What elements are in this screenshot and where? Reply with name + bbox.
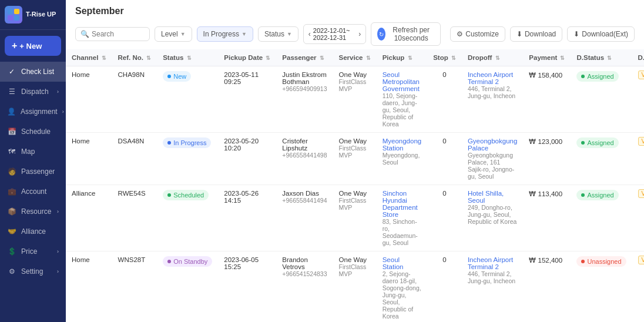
- sidebar-item-setting[interactable]: ⚙ Setting ›: [0, 261, 66, 281]
- sidebar-item-price[interactable]: 💲 Price ›: [0, 242, 66, 261]
- pickup-name[interactable]: Myeongdong Station: [383, 137, 422, 152]
- in-progress-chevron-icon: ▼: [242, 31, 247, 37]
- new-button[interactable]: + + New: [5, 36, 61, 56]
- cell-stop: 0: [427, 185, 462, 251]
- setting-icon: ⚙: [7, 267, 16, 276]
- col-header-stop[interactable]: Stop ⇅: [427, 49, 462, 66]
- cell-d-status: Assigned: [571, 185, 632, 251]
- vip-badge: VIP S: [638, 189, 644, 198]
- cell-stop: 0: [427, 251, 462, 323]
- cell-status: Scheduled: [157, 185, 218, 251]
- map-icon: 🗺: [7, 147, 16, 156]
- col-header-d_ass[interactable]: D.Ass ⇅: [632, 49, 644, 66]
- sidebar-item-assignment[interactable]: 👤 Assignment ›: [0, 102, 66, 122]
- sort-icon-pickup_date: ⇅: [266, 55, 270, 61]
- search-input[interactable]: [92, 30, 145, 38]
- sidebar-item-alliance[interactable]: 🤝 Alliance: [0, 222, 66, 242]
- col-header-passenger[interactable]: Passenger ⇅: [276, 49, 333, 66]
- dropoff-addr: 249, Dongho-ro, Jung-gu, Seoul, Republic…: [468, 204, 517, 225]
- download-ext-button[interactable]: ⬇ Download(Ext): [567, 26, 635, 42]
- cell-passenger: Jaxson Dias +966558441494: [276, 185, 333, 251]
- sort-icon-dropoff: ⇅: [495, 55, 500, 61]
- pickup-addr: 110, Sejong-daero, Jung-gu, Seoul, Repub…: [383, 92, 422, 128]
- in-progress-filter[interactable]: In Progress ▼: [197, 26, 253, 42]
- pickup-name[interactable]: Seoul Station: [383, 256, 422, 270]
- table-row[interactable]: HomeWNS28T On Standby 2023-06-0515:25 Br…: [66, 251, 644, 323]
- table-body: HomeCHA98N New 2023-05-1109:25 Justin Ek…: [66, 66, 644, 323]
- cell-service: One Way FirstClass MVP: [333, 185, 377, 251]
- cell-dropoff: Incheon Airport Terminal 2 446, Terminal…: [462, 251, 523, 323]
- logo-text: T-Rise UP: [26, 11, 56, 18]
- d-status-dot: [581, 141, 585, 145]
- cell-ref-no: WNS28T: [112, 251, 157, 323]
- col-header-dropoff[interactable]: Dropoff ⇅: [462, 49, 523, 66]
- cell-ref-no: CHA98N: [112, 66, 157, 133]
- sidebar-item-map[interactable]: 🗺 Map: [0, 142, 66, 162]
- sidebar-item-check-list[interactable]: ✓ Check List: [0, 62, 66, 82]
- dropoff-name[interactable]: Gyeongbokgung Palace: [468, 137, 517, 152]
- dropoff-name[interactable]: Incheon Airport Terminal 2: [468, 71, 517, 85]
- table-header-row: Channel ⇅Ref. No. ⇅Status ⇅Pickup Date ⇅…: [66, 49, 644, 66]
- sidebar-item-label-account: Account: [21, 187, 59, 196]
- payment-amount: ₩ 113,400: [529, 190, 562, 197]
- prev-date-button[interactable]: ‹: [308, 30, 311, 38]
- cell-pickup: Sinchon Hyundai Department Store 83, Sin…: [377, 185, 428, 251]
- table-row[interactable]: AllianceRWE54S Scheduled 2023-05-2614:15…: [66, 185, 644, 251]
- table-container: Channel ⇅Ref. No. ⇅Status ⇅Pickup Date ⇅…: [66, 49, 644, 322]
- cell-d-status: Unassigned: [571, 251, 632, 323]
- download-button[interactable]: ⬇ Download: [510, 26, 562, 42]
- table-row[interactable]: HomeDSA48N In Progress 2023-05-2010:20 C…: [66, 133, 644, 185]
- sidebar-item-passenger[interactable]: 🧑 Passenger: [0, 162, 66, 182]
- dropoff-name[interactable]: Incheon Airport Terminal 2: [468, 256, 517, 270]
- col-header-ref_no[interactable]: Ref. No. ⇅: [112, 49, 157, 66]
- dispatch-icon: ☰: [7, 88, 16, 96]
- cell-stop: 0: [427, 133, 462, 185]
- dropoff-name[interactable]: Hotel Shilla, Seoul: [468, 190, 517, 204]
- data-table: Channel ⇅Ref. No. ⇅Status ⇅Pickup Date ⇅…: [66, 49, 644, 322]
- download-label: Download: [525, 30, 556, 38]
- resource-chevron-icon: ›: [57, 209, 59, 214]
- resource-icon: 📦: [7, 207, 16, 216]
- col-header-d_status[interactable]: D.Status ⇅: [571, 49, 632, 66]
- sidebar-item-schedule[interactable]: 📅 Schedule: [0, 122, 66, 142]
- sidebar-item-account[interactable]: 💼 Account: [0, 182, 66, 202]
- passenger-phone: +966594909913: [282, 85, 327, 92]
- sidebar-item-resource[interactable]: 📦 Resource ›: [0, 202, 66, 222]
- status-dot: [167, 193, 171, 197]
- cell-d-status: Assigned: [571, 66, 632, 133]
- sidebar: T-Rise UP + + New ✓ Check List ☰ Dispatc…: [0, 0, 66, 322]
- d-status-dot: [581, 193, 585, 197]
- svg-rect-2: [8, 15, 13, 21]
- next-date-button[interactable]: ›: [358, 30, 361, 38]
- check-list-icon: ✓: [7, 68, 16, 76]
- col-header-channel[interactable]: Channel ⇅: [66, 49, 112, 66]
- cell-payment: ₩ 123,000: [523, 133, 571, 185]
- customize-button[interactable]: ⚙ Customize: [450, 26, 505, 42]
- level-filter[interactable]: Level ▼: [155, 26, 192, 42]
- pickup-name[interactable]: Sinchon Hyundai Department Store: [383, 190, 422, 218]
- d-status-dot: [581, 75, 585, 78]
- cell-pickup-date: 2023-05-2614:15: [218, 185, 276, 251]
- cell-d-status: Assigned: [571, 133, 632, 185]
- cell-passenger: Brandon Vetrovs +966541524833: [276, 251, 333, 323]
- search-box[interactable]: 🔍: [75, 27, 150, 41]
- col-header-service[interactable]: Service ⇅: [333, 49, 377, 66]
- refresh-button[interactable]: ↻ Refresh per 10seconds: [371, 22, 441, 46]
- cell-d-ass: VIP S: [632, 66, 644, 133]
- vip-badge: VIP S: [638, 71, 644, 79]
- table-row[interactable]: HomeCHA98N New 2023-05-1109:25 Justin Ek…: [66, 66, 644, 133]
- cell-service: One Way FirstClass MVP: [333, 251, 377, 323]
- sidebar-item-label-setting: Setting: [21, 267, 52, 276]
- status-filter[interactable]: Status ▼: [258, 26, 298, 42]
- nav-list: ✓ Check List ☰ Dispatch › 👤 Assignment ›…: [0, 62, 66, 281]
- sidebar-item-dispatch[interactable]: ☰ Dispatch ›: [0, 82, 66, 102]
- schedule-icon: 📅: [7, 128, 16, 136]
- cell-channel: Alliance: [66, 185, 112, 251]
- pickup-name[interactable]: Seoul Metropolitan Government: [383, 71, 422, 92]
- service-sub: FirstClass MVP: [339, 263, 371, 277]
- col-header-pickup_date[interactable]: Pickup Date ⇅: [218, 49, 276, 66]
- col-header-status[interactable]: Status ⇅: [157, 49, 218, 66]
- col-header-payment[interactable]: Payment ⇅: [523, 49, 571, 66]
- cell-passenger: Justin Ekstrom Bothman +966594909913: [276, 66, 333, 133]
- col-header-pickup[interactable]: Pickup ⇅: [377, 49, 428, 66]
